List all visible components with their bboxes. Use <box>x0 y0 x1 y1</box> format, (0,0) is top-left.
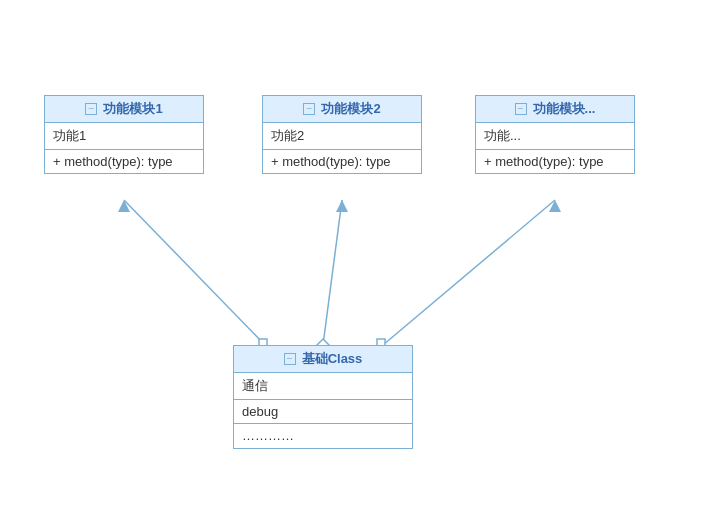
svg-marker-7 <box>549 200 561 212</box>
module1-collapse-icon[interactable]: − <box>85 103 97 115</box>
module3-collapse-icon[interactable]: − <box>515 103 527 115</box>
module1-title: 功能模块1 <box>103 100 162 118</box>
module3-section1: 功能... <box>476 123 634 150</box>
module2-method: + method(type): type <box>263 150 421 173</box>
module2-section1: 功能2 <box>263 123 421 150</box>
svg-line-3 <box>323 200 342 345</box>
base-section1: 通信 <box>234 373 412 400</box>
module1-section1: 功能1 <box>45 123 203 150</box>
diagram-canvas: − 功能模块1 功能1 + method(type): type − 功能模块2… <box>0 0 713 510</box>
module1-method: + method(type): type <box>45 150 203 173</box>
module2-collapse-icon[interactable]: − <box>303 103 315 115</box>
base-section2: debug <box>234 400 412 424</box>
module2-title: 功能模块2 <box>321 100 380 118</box>
module1-header: − 功能模块1 <box>45 96 203 123</box>
svg-marker-4 <box>336 200 348 212</box>
svg-line-6 <box>383 200 555 345</box>
svg-line-0 <box>124 200 265 345</box>
module2-box: − 功能模块2 功能2 + method(type): type <box>262 95 422 174</box>
module1-box: − 功能模块1 功能1 + method(type): type <box>44 95 204 174</box>
module3-box: − 功能模块... 功能... + method(type): type <box>475 95 635 174</box>
base-collapse-icon[interactable]: − <box>284 353 296 365</box>
module3-title: 功能模块... <box>533 100 596 118</box>
base-section3: ………… <box>234 424 412 448</box>
svg-marker-1 <box>118 200 130 212</box>
base-title: 基础Class <box>302 350 363 368</box>
module2-header: − 功能模块2 <box>263 96 421 123</box>
base-class-box: − 基础Class 通信 debug ………… <box>233 345 413 449</box>
base-header: − 基础Class <box>234 346 412 373</box>
module3-header: − 功能模块... <box>476 96 634 123</box>
module3-method: + method(type): type <box>476 150 634 173</box>
